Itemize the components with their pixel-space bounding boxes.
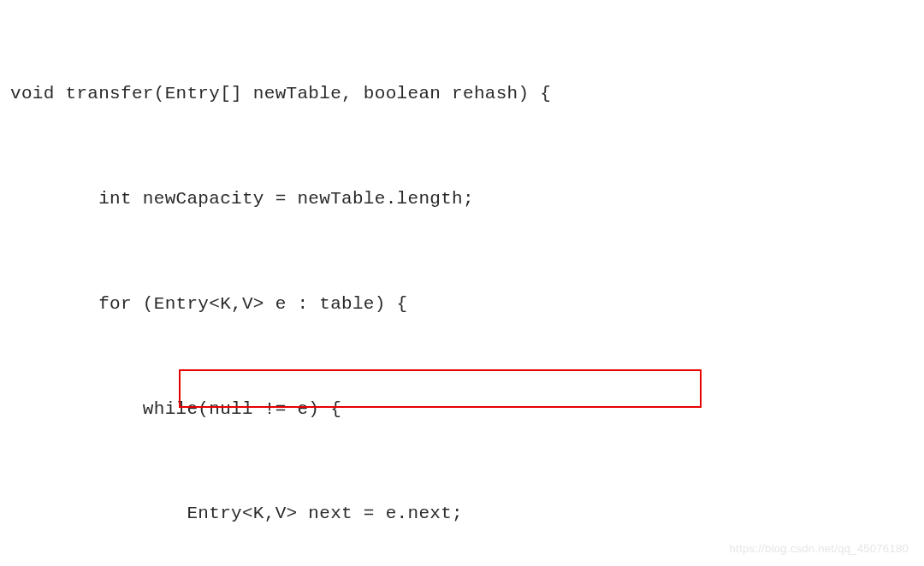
code-line: int newCapacity = newTable.length; — [10, 182, 924, 217]
code-line: void transfer(Entry[] newTable, boolean … — [10, 77, 924, 112]
code-line: while(null != e) { — [10, 392, 924, 427]
code-line: Entry<K,V> next = e.next; — [10, 497, 924, 532]
code-line: for (Entry<K,V> e : table) { — [10, 287, 924, 322]
watermark-text: https://blog.csdn.net/qq_45076180 — [730, 538, 909, 559]
code-block: void transfer(Entry[] newTable, boolean … — [10, 7, 924, 566]
